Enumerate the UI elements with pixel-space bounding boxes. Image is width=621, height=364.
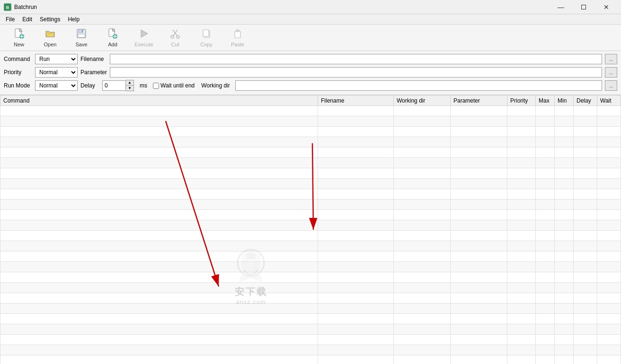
cut-label: Cut [171, 42, 179, 47]
command-label: Command [4, 56, 32, 62]
col-workingdir: Working dir [394, 95, 451, 106]
ms-label: ms [140, 82, 147, 89]
menu-help[interactable]: Help [64, 14, 83, 25]
table-row[interactable] [0, 199, 621, 210]
paste-icon [232, 28, 243, 40]
priority-label: Priority [4, 69, 32, 76]
svg-rect-11 [82, 30, 83, 32]
new-label: New [14, 42, 24, 47]
main-table: Command Filename Working dir Parameter P… [0, 95, 621, 364]
menu-edit[interactable]: Edit [18, 14, 36, 25]
col-filename: Filename [318, 95, 394, 106]
parameter-input[interactable] [110, 67, 602, 78]
form-area: Command Run Open ShellExec Filename ... … [0, 51, 621, 95]
table-row[interactable] [0, 220, 621, 231]
maximize-button[interactable] [573, 0, 594, 14]
window-title: Batchrun [14, 4, 550, 10]
svg-rect-25 [236, 30, 239, 32]
svg-text:B: B [6, 5, 9, 10]
close-button[interactable]: ✕ [595, 0, 617, 14]
table-row[interactable] [0, 262, 621, 272]
menubar: File Edit Settings Help [0, 14, 621, 25]
cut-button[interactable]: Cut [160, 26, 190, 49]
table-row[interactable] [0, 147, 621, 158]
execute-button[interactable]: Execute [129, 26, 159, 49]
table-row[interactable] [0, 179, 621, 189]
table-row[interactable] [0, 345, 621, 355]
main-content: Command Run Open ShellExec Filename ... … [0, 51, 621, 364]
open-button[interactable]: Open [35, 26, 65, 49]
table-row[interactable] [0, 189, 621, 199]
table-row[interactable] [0, 116, 621, 127]
workingdir-input[interactable] [235, 80, 602, 91]
svg-point-21 [177, 35, 179, 38]
table-row[interactable] [0, 324, 621, 335]
col-wait: Wait [597, 95, 621, 106]
delay-label: Delay [80, 82, 99, 89]
paste-label: Paste [231, 42, 244, 47]
new-button[interactable]: New [4, 26, 34, 49]
menu-settings[interactable]: Settings [36, 14, 64, 25]
svg-rect-23 [203, 30, 209, 36]
delay-up-button[interactable]: ▲ [126, 80, 133, 86]
form-row-3: Run Mode Normal Minimized Maximized Hidd… [4, 79, 617, 92]
delay-input[interactable] [102, 80, 126, 91]
table-area: Command Filename Working dir Parameter P… [0, 95, 621, 364]
save-icon [76, 28, 87, 40]
svg-point-20 [171, 35, 174, 38]
table-row[interactable] [0, 231, 621, 241]
table-row[interactable] [0, 158, 621, 168]
table-row[interactable] [0, 241, 621, 251]
toolbar: New Open Save [0, 25, 621, 51]
table-row[interactable] [0, 106, 621, 116]
filename-input[interactable] [110, 54, 602, 64]
workingdir-label: Working dir [201, 82, 232, 89]
col-parameter: Parameter [451, 95, 507, 106]
copy-button[interactable]: Copy [191, 26, 222, 49]
paste-button[interactable]: Paste [222, 26, 253, 49]
table-row[interactable] [0, 168, 621, 179]
table-row[interactable] [0, 314, 621, 324]
app-icon: B [4, 3, 11, 11]
add-button[interactable]: Add [98, 26, 128, 49]
minimize-button[interactable]: — [550, 0, 572, 14]
table-row[interactable] [0, 272, 621, 283]
cut-icon [170, 28, 180, 40]
col-priority: Priority [507, 95, 536, 106]
waituntilend-wrap: Wait until end [153, 82, 195, 89]
window-controls: — ✕ [550, 0, 617, 14]
copy-icon [201, 28, 212, 40]
waituntilend-checkbox[interactable] [153, 83, 159, 89]
table-row[interactable] [0, 283, 621, 293]
col-min: Min [555, 95, 574, 106]
titlebar: B Batchrun — ✕ [0, 0, 621, 14]
table-row[interactable] [0, 127, 621, 137]
table-row[interactable] [0, 137, 621, 147]
svg-rect-10 [78, 34, 85, 37]
table-row[interactable] [0, 335, 621, 345]
execute-icon [139, 28, 149, 40]
filename-browse-button[interactable]: ... [605, 54, 617, 64]
add-label: Add [108, 42, 117, 47]
parameter-label: Parameter [80, 69, 107, 76]
form-row-2: Priority Normal Low High Realtime Idle P… [4, 66, 617, 78]
table-row[interactable] [0, 355, 621, 364]
col-max: Max [536, 95, 555, 106]
priority-select[interactable]: Normal Low High Realtime Idle [35, 67, 78, 78]
open-icon [45, 28, 55, 40]
menu-file[interactable]: File [2, 14, 18, 25]
col-command: Command [0, 95, 318, 106]
parameter-browse-button[interactable]: ... [605, 67, 617, 78]
delay-down-button[interactable]: ▼ [126, 86, 133, 91]
table-row[interactable] [0, 293, 621, 303]
table-row[interactable] [0, 251, 621, 262]
table-row[interactable] [0, 303, 621, 314]
delay-spinner: ▲ ▼ [102, 80, 134, 91]
runmode-select[interactable]: Normal Minimized Maximized Hidden [35, 80, 78, 91]
table-row[interactable] [0, 210, 621, 220]
col-delay: Delay [574, 95, 597, 106]
command-select[interactable]: Run Open ShellExec [35, 54, 78, 64]
copy-label: Copy [200, 42, 213, 47]
save-button[interactable]: Save [66, 26, 97, 49]
workingdir-browse-button[interactable]: ... [605, 80, 617, 91]
